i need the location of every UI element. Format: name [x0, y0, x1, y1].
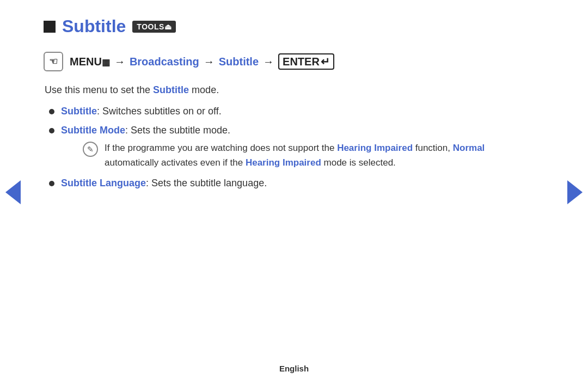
- footer: English: [279, 364, 309, 373]
- enter-label: ENTER: [283, 56, 320, 68]
- list-item-subtitle-text: Subtitle: Switches subtitles on or off.: [61, 106, 222, 117]
- enter-badge: ENTER↵: [278, 53, 334, 70]
- enter-icon: ↵: [321, 55, 330, 68]
- nav-left-button[interactable]: [5, 180, 21, 204]
- tools-badge: TOOLS⏏: [132, 21, 176, 33]
- page-title: Subtitle: [62, 16, 126, 36]
- bullet-dot-3: [49, 181, 54, 186]
- breadcrumb-broadcasting: Broadcasting: [130, 56, 199, 68]
- breadcrumb: ☜ MENU▦ → Broadcasting → Subtitle → ENTE…: [44, 52, 544, 71]
- nav-right-button[interactable]: [567, 180, 583, 204]
- list-item-subtitle-mode: Subtitle Mode: Sets the subtitle mode. ✎…: [49, 125, 544, 170]
- footer-language: English: [279, 364, 309, 373]
- tools-label: TOOLS: [137, 22, 164, 31]
- note-term-normal: Normal: [453, 143, 485, 153]
- term-subtitle: Subtitle: [61, 106, 97, 117]
- arrow-2: →: [204, 56, 215, 68]
- note-text: If the programme you are watching does n…: [105, 141, 529, 170]
- note-term-hearing-impaired-2: Hearing Impaired: [246, 157, 321, 168]
- breadcrumb-subtitle: Subtitle: [219, 56, 259, 68]
- note-icon: ✎: [83, 142, 98, 157]
- title-row: Subtitle TOOLS⏏: [44, 16, 544, 36]
- bullet-dot-2: [49, 128, 54, 133]
- main-content: Subtitle TOOLS⏏ ☜ MENU▦ → Broadcasting →…: [0, 0, 588, 213]
- arrow-3: →: [263, 56, 274, 68]
- subtitle-mode-line: Subtitle Mode: Sets the subtitle mode.: [61, 125, 529, 136]
- menu-icon: ☜: [44, 52, 63, 71]
- term-subtitle-mode: Subtitle Mode: [61, 125, 125, 136]
- black-square-icon: [44, 21, 56, 33]
- list-item-subtitle-mode-content: Subtitle Mode: Sets the subtitle mode. ✎…: [61, 125, 529, 170]
- bullet-dot: [49, 109, 54, 114]
- list-item-subtitle-language-text: Subtitle Language: Sets the subtitle lan…: [61, 178, 267, 189]
- list-item-subtitle: Subtitle: Switches subtitles on or off.: [49, 106, 544, 117]
- bullet-list: Subtitle: Switches subtitles on or off. …: [49, 106, 544, 189]
- description-highlight: Subtitle: [153, 84, 189, 95]
- description-text: Use this menu to set the Subtitle mode.: [45, 84, 544, 96]
- term-subtitle-language: Subtitle Language: [61, 178, 146, 188]
- arrow-1: →: [114, 56, 125, 68]
- menu-label: MENU▦: [70, 56, 110, 68]
- tools-icon: ⏏: [164, 22, 172, 31]
- note-term-hearing-impaired-1: Hearing Impaired: [337, 143, 413, 153]
- note-block: ✎ If the programme you are watching does…: [83, 141, 529, 170]
- list-item-subtitle-language: Subtitle Language: Sets the subtitle lan…: [49, 178, 544, 189]
